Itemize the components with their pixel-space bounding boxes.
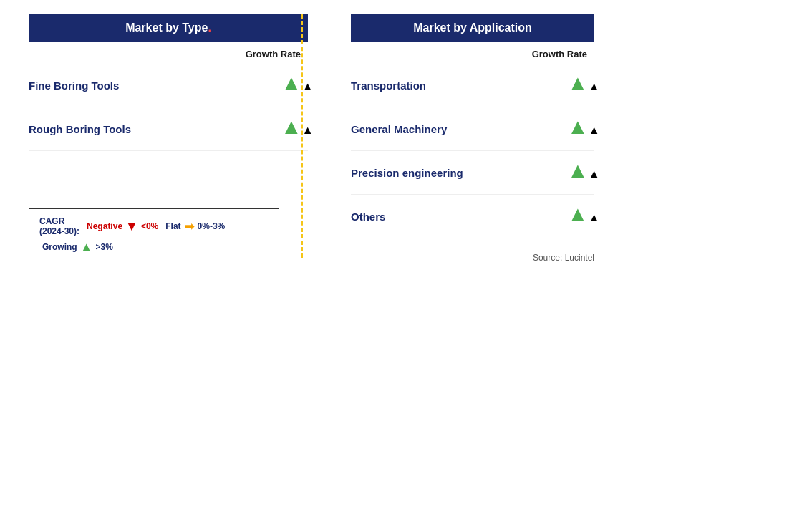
- left-item-arrow-1: ▲: [281, 116, 301, 142]
- main-container: Market by Type. Growth Rate Fine Boring …: [0, 0, 807, 277]
- right-item-label-1: General Machinery: [351, 123, 447, 135]
- right-item-row-3: Others ▲: [351, 195, 594, 238]
- right-panel: Market by Application Growth Rate Transp…: [351, 14, 594, 263]
- legend-growing-range: >3%: [96, 242, 113, 252]
- legend-flat: Flat ➡ 0%-3%: [165, 220, 225, 233]
- left-item-row-0: Fine Boring Tools ▲: [29, 64, 308, 107]
- left-item-label-1: Rough Boring Tools: [29, 123, 131, 135]
- legend-growing: Growing ▲ >3%: [42, 241, 113, 253]
- source-text: Source: Lucintel: [351, 253, 594, 263]
- left-item-arrow-0: ▲: [281, 72, 301, 98]
- legend-negative-range: <0%: [141, 221, 158, 231]
- left-item-label-0: Fine Boring Tools: [29, 79, 119, 92]
- left-item-row-1: Rough Boring Tools ▲: [29, 107, 308, 151]
- right-panel-title: Market by Application: [413, 21, 532, 34]
- right-panel-header: Market by Application: [351, 14, 594, 42]
- legend-flat-arrow: ➡: [184, 220, 195, 233]
- right-item-label-0: Transportation: [351, 79, 426, 92]
- left-panel-title: Market by Type: [125, 21, 208, 34]
- legend-negative: Negative ▼ <0%: [87, 220, 158, 233]
- left-panel-header: Market by Type.: [29, 14, 308, 42]
- legend-cagr-label: CAGR(2024-30):: [39, 216, 79, 236]
- right-item-arrow-2: ▲: [567, 160, 587, 185]
- legend-box: CAGR(2024-30): Negative ▼ <0% Flat ➡ 0%-…: [29, 208, 279, 261]
- right-items-list: Transportation ▲ General Machinery ▲ Pre…: [351, 64, 594, 238]
- right-item-arrow-3: ▲: [567, 203, 587, 229]
- vertical-divider: [301, 14, 303, 258]
- legend-growing-arrow: ▲: [80, 241, 93, 253]
- right-item-arrow-0: ▲: [567, 72, 587, 98]
- right-item-row-0: Transportation ▲: [351, 64, 594, 107]
- right-item-label-3: Others: [351, 211, 385, 223]
- legend-flat-label: Flat: [165, 221, 180, 231]
- right-item-label-2: Precision engineering: [351, 167, 463, 179]
- right-growth-rate-label: Growth Rate: [351, 49, 594, 59]
- right-item-row-2: Precision engineering ▲: [351, 151, 594, 195]
- left-panel: Market by Type. Growth Rate Fine Boring …: [29, 14, 308, 263]
- right-item-row-1: General Machinery ▲: [351, 107, 594, 151]
- legend-negative-label: Negative: [87, 221, 122, 231]
- legend-negative-arrow: ▼: [125, 220, 138, 233]
- title-dot: .: [208, 21, 211, 34]
- left-growth-rate-label: Growth Rate: [29, 49, 308, 59]
- legend-flat-range: 0%-3%: [198, 221, 226, 231]
- legend-growing-label: Growing: [42, 242, 77, 252]
- right-item-arrow-1: ▲: [567, 116, 587, 142]
